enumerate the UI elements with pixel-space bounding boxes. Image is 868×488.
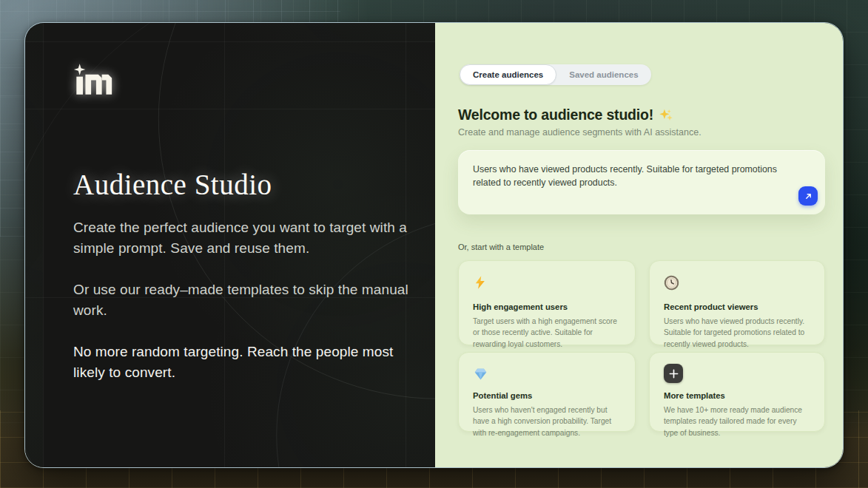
welcome-heading: Welcome to audience studio! bbox=[458, 106, 653, 123]
template-title: High engagement users bbox=[473, 302, 621, 311]
templates-section-label: Or, start with a template bbox=[458, 243, 544, 251]
tab-saved-audiences-label: Saved audiences bbox=[569, 70, 638, 79]
left-panel-paragraph-1: Create the perfect audience you want to … bbox=[73, 217, 420, 259]
template-card-potential-gems[interactable]: Potential gems Users who haven't engaged… bbox=[458, 352, 636, 432]
template-title: Recent product viewers bbox=[664, 302, 810, 311]
right-panel: Create audiences Saved audiences Welcome… bbox=[435, 23, 843, 467]
m-sparkle-logo-icon bbox=[73, 62, 115, 97]
audience-tabs: Create audiences Saved audiences bbox=[460, 64, 651, 85]
left-panel-paragraph-2: Or use our ready–made templates to skip … bbox=[73, 279, 420, 321]
plus-icon bbox=[664, 364, 683, 383]
templates-grid: High engagement users Target users with … bbox=[458, 260, 825, 432]
arrow-up-right-icon bbox=[804, 192, 813, 201]
template-card-recent-viewers[interactable]: Recent product viewers Users who have vi… bbox=[649, 260, 825, 345]
clock-icon bbox=[664, 274, 810, 291]
prompt-card: Users who have viewed products recently.… bbox=[458, 150, 825, 214]
template-title: Potential gems bbox=[473, 391, 621, 400]
welcome-subheading: Create and manage audience segments with… bbox=[458, 127, 702, 138]
template-description: Users who have viewed products recently.… bbox=[664, 316, 810, 350]
template-description: Users who haven't engaged recently but h… bbox=[473, 404, 621, 438]
template-card-high-engagement[interactable]: High engagement users Target users with … bbox=[458, 260, 636, 345]
prompt-submit-button[interactable] bbox=[798, 186, 818, 206]
tab-create-audiences-label: Create audiences bbox=[473, 70, 543, 79]
left-panel: Audience Studio Create the perfect audie… bbox=[25, 23, 435, 467]
gem-icon bbox=[473, 365, 621, 383]
tab-create-audiences[interactable]: Create audiences bbox=[460, 64, 556, 85]
app-window: Audience Studio Create the perfect audie… bbox=[24, 22, 844, 468]
left-panel-paragraph-3: No more random targeting. Reach the peop… bbox=[73, 342, 420, 383]
sparkles-icon bbox=[659, 108, 673, 123]
template-description: We have 10+ more ready made audience tem… bbox=[664, 404, 810, 438]
template-description: Target users with a high engagement scor… bbox=[473, 316, 621, 350]
lightning-icon bbox=[473, 274, 621, 291]
prompt-input[interactable]: Users who have viewed products recently.… bbox=[473, 163, 806, 189]
tab-saved-audiences[interactable]: Saved audiences bbox=[556, 64, 650, 85]
template-card-more-templates[interactable]: More templates We have 10+ more ready ma… bbox=[649, 352, 825, 432]
left-panel-title: Audience Studio bbox=[73, 168, 428, 201]
template-title: More templates bbox=[664, 391, 810, 400]
desktop-background: Audience Studio Create the perfect audie… bbox=[0, 0, 868, 488]
welcome-heading-row: Welcome to audience studio! bbox=[458, 106, 673, 123]
